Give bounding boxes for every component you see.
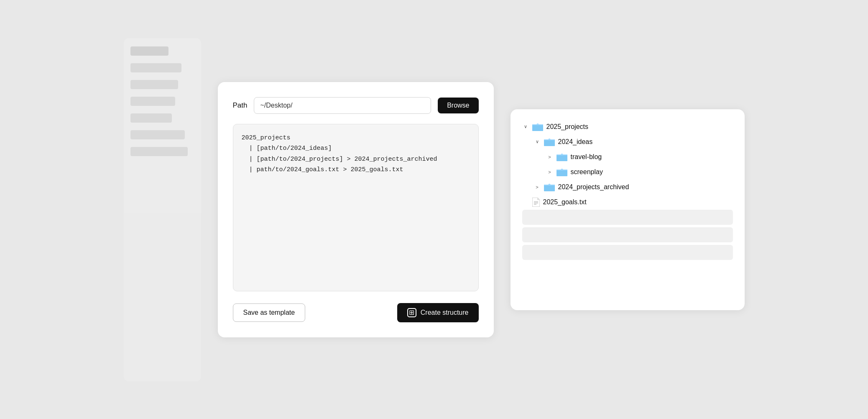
sidebar-item <box>130 147 188 156</box>
sidebar <box>124 38 201 381</box>
code-editor[interactable]: 2025_projects | [path/to/2024_ideas] | [… <box>233 124 479 291</box>
tree-item[interactable]: 2025_projects <box>519 119 736 134</box>
tree-item[interactable]: screenplay <box>519 165 736 180</box>
folder-icon <box>532 122 543 131</box>
tree-item-label: 2025_projects <box>546 123 589 131</box>
create-structure-label: Create structure <box>421 309 469 316</box>
chevron-icon <box>522 123 529 130</box>
tree-item-label: 2025_goals.txt <box>543 198 587 206</box>
folder-icon <box>557 152 567 162</box>
tree-item-label: 2024_ideas <box>558 138 593 146</box>
svg-rect-5 <box>544 140 555 146</box>
tree-item[interactable]: 2024_ideas <box>519 134 736 149</box>
create-structure-button[interactable]: ⊞ Create structure <box>397 303 479 322</box>
svg-rect-8 <box>557 155 567 161</box>
placeholder-row <box>522 227 733 242</box>
file-icon <box>532 198 540 207</box>
svg-rect-11 <box>557 170 567 176</box>
save-template-button[interactable]: Save as template <box>233 303 306 322</box>
sidebar-item <box>130 80 179 89</box>
right-panel: 2025_projects 2024_ideas travel-blog scr… <box>511 109 745 310</box>
path-input[interactable] <box>254 97 431 114</box>
folder-icon <box>544 137 555 147</box>
left-panel: Path Browse 2025_projects | [path/to/202… <box>218 82 494 337</box>
tree-item-label: travel-blog <box>571 153 602 161</box>
chevron-icon <box>534 184 541 190</box>
path-row: Path Browse <box>233 97 479 114</box>
tree-item-label: screenplay <box>571 168 603 176</box>
sidebar-item <box>130 63 181 72</box>
path-label: Path <box>233 101 248 110</box>
create-structure-icon: ⊞ <box>407 308 416 317</box>
chevron-icon <box>546 154 553 160</box>
svg-rect-14 <box>544 185 555 191</box>
folder-icon <box>544 183 555 192</box>
browse-button[interactable]: Browse <box>438 98 478 113</box>
placeholder-row <box>522 245 733 260</box>
sidebar-item <box>130 113 172 123</box>
sidebar-item <box>130 46 169 56</box>
bottom-actions: Save as template ⊞ Create structure <box>233 303 479 322</box>
placeholder-row <box>522 210 733 225</box>
sidebar-item <box>130 130 185 139</box>
sidebar-item <box>130 97 175 106</box>
chevron-icon <box>546 169 553 175</box>
chevron-icon <box>534 139 541 145</box>
tree-item[interactable]: 2024_projects_archived <box>519 180 736 195</box>
tree-item[interactable]: 2025_goals.txt <box>519 195 736 210</box>
folder-icon <box>557 167 567 177</box>
tree-item[interactable]: travel-blog <box>519 149 736 165</box>
tree-item-label: 2024_projects_archived <box>558 183 629 191</box>
svg-rect-2 <box>532 125 543 131</box>
